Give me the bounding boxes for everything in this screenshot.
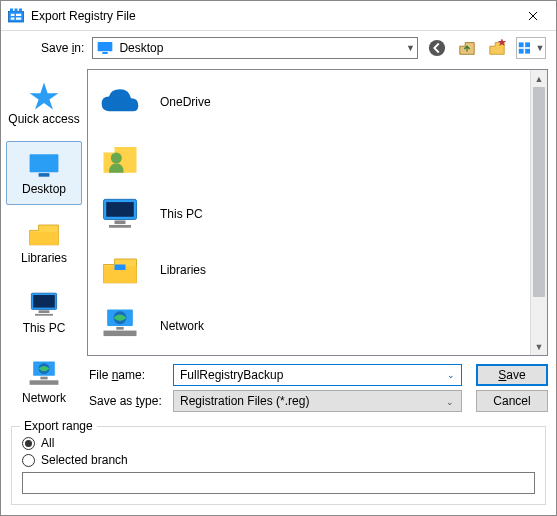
svg-rect-23	[39, 311, 50, 314]
radio-selected-label: Selected branch	[41, 453, 128, 467]
chevron-down-icon[interactable]: ⌄	[442, 366, 460, 384]
list-item[interactable]	[94, 130, 524, 186]
svg-rect-32	[115, 220, 126, 224]
item-label: This PC	[160, 207, 203, 221]
place-desktop[interactable]: Desktop	[6, 141, 82, 205]
close-button[interactable]	[510, 1, 556, 31]
save-button[interactable]: Save	[476, 364, 548, 386]
dialog-body: Quick access Desktop Libraries This PC N…	[1, 65, 556, 420]
place-network[interactable]: Network	[6, 350, 82, 414]
svg-point-29	[111, 153, 122, 164]
up-button[interactable]	[456, 37, 478, 59]
quickaccess-icon	[26, 80, 62, 110]
view-icon	[518, 41, 534, 55]
radio-selected-branch[interactable]	[22, 454, 35, 467]
radio-all-label: All	[41, 436, 54, 450]
chevron-down-icon: ▼	[536, 43, 545, 53]
up-icon	[458, 39, 476, 57]
filename-input[interactable]	[173, 364, 462, 386]
svg-rect-13	[518, 42, 523, 47]
list-item[interactable]: OneDrive	[94, 74, 524, 130]
svg-rect-24	[35, 314, 53, 316]
place-label: Network	[22, 391, 66, 405]
svg-rect-19	[39, 173, 50, 177]
svg-point-10	[429, 40, 445, 56]
svg-rect-31	[106, 202, 134, 217]
file-list: OneDrive This PC Libraries	[88, 70, 530, 355]
place-quickaccess[interactable]: Quick access	[6, 71, 82, 135]
export-range-group: Export range All Selected branch	[11, 426, 546, 505]
radio-all-row[interactable]: All	[22, 436, 535, 450]
svg-rect-4	[11, 13, 15, 15]
svg-rect-1	[10, 8, 13, 11]
libraries-icon	[98, 250, 142, 290]
svg-rect-16	[525, 49, 530, 54]
svg-rect-0	[9, 11, 24, 22]
list-item[interactable]: Libraries	[94, 242, 524, 298]
savetype-label: Save as type:	[87, 394, 167, 408]
svg-rect-38	[116, 327, 123, 330]
chevron-down-icon: ▼	[406, 43, 415, 53]
svg-rect-27	[40, 377, 47, 380]
savetype-combo[interactable]: Registration Files (*.reg) ⌄	[173, 390, 462, 412]
desktop-icon	[97, 41, 113, 55]
chevron-down-icon: ⌄	[441, 393, 459, 411]
savein-label: Save in:	[41, 41, 84, 55]
item-label: OneDrive	[160, 95, 211, 109]
desktop-icon	[26, 150, 62, 180]
cancel-button[interactable]: Cancel	[476, 390, 548, 412]
network-icon	[98, 306, 142, 346]
svg-rect-20	[30, 233, 59, 246]
network-icon	[26, 359, 62, 389]
registry-icon	[7, 7, 25, 25]
places-bar: Quick access Desktop Libraries This PC N…	[1, 65, 87, 420]
close-icon	[528, 11, 538, 21]
svg-rect-3	[19, 8, 22, 11]
scroll-thumb[interactable]	[533, 87, 545, 297]
user-icon	[98, 138, 142, 178]
svg-rect-8	[98, 42, 113, 51]
scroll-up-button[interactable]: ▲	[531, 70, 547, 87]
svg-rect-9	[103, 52, 108, 54]
list-item[interactable]: Network	[94, 298, 524, 354]
titlebar: Export Registry File	[1, 1, 556, 31]
radio-selected-row[interactable]: Selected branch	[22, 453, 535, 467]
svg-rect-28	[30, 380, 59, 385]
svg-text:★: ★	[497, 39, 507, 48]
savein-combo[interactable]: Desktop ▼	[92, 37, 418, 59]
svg-rect-35	[115, 265, 126, 271]
place-thispc[interactable]: This PC	[6, 280, 82, 344]
place-label: Quick access	[8, 112, 79, 126]
svg-rect-7	[16, 17, 21, 19]
file-list-pane[interactable]: OneDrive This PC Libraries	[87, 69, 548, 356]
new-folder-icon: ★	[488, 39, 506, 57]
selected-branch-input[interactable]	[22, 472, 535, 494]
svg-rect-15	[518, 49, 523, 54]
list-item[interactable]: This PC	[94, 186, 524, 242]
back-button[interactable]	[426, 37, 448, 59]
thispc-icon	[26, 289, 62, 319]
thispc-icon	[98, 194, 142, 234]
svg-rect-2	[15, 8, 18, 11]
export-range-legend: Export range	[20, 419, 97, 433]
vertical-scrollbar[interactable]: ▲ ▼	[530, 70, 547, 355]
savein-toolbar: Save in: Desktop ▼ ★ ▼	[1, 31, 556, 65]
scroll-down-button[interactable]: ▼	[531, 338, 547, 355]
radio-all[interactable]	[22, 437, 35, 450]
svg-marker-17	[30, 82, 59, 109]
place-libraries[interactable]: Libraries	[6, 211, 82, 275]
place-label: Desktop	[22, 182, 66, 196]
savetype-row: Save as type: Registration Files (*.reg)…	[87, 388, 556, 414]
new-folder-button[interactable]: ★	[486, 37, 508, 59]
right-pane: OneDrive This PC Libraries	[87, 65, 556, 420]
dialog-title: Export Registry File	[31, 9, 510, 23]
svg-rect-18	[30, 154, 59, 172]
view-menu-button[interactable]: ▼	[516, 37, 546, 59]
svg-rect-33	[109, 225, 131, 228]
filename-label: File name:	[87, 368, 167, 382]
svg-rect-6	[11, 17, 15, 19]
savein-value: Desktop	[119, 41, 163, 55]
place-label: This PC	[23, 321, 66, 335]
svg-rect-14	[525, 42, 530, 47]
savetype-value: Registration Files (*.reg)	[180, 394, 309, 408]
